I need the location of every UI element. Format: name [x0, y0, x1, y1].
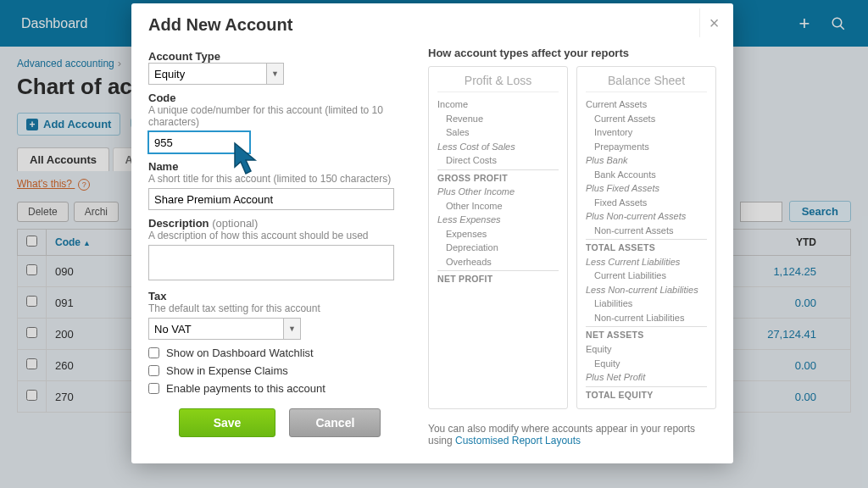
expense-checkbox-row[interactable]: Show in Expense Claims [148, 364, 411, 377]
description-input[interactable] [148, 245, 394, 280]
tax-select[interactable] [148, 318, 301, 340]
modal-title: Add New Account [148, 15, 292, 35]
description-hint: A description of how this account should… [148, 230, 411, 241]
close-icon[interactable]: × [699, 8, 728, 37]
profit-loss-box: Profit & Loss Income Revenue Sales Less … [428, 66, 568, 409]
tax-label: Tax [148, 290, 411, 302]
report-info-column: How account types affect your reports Pr… [428, 47, 716, 446]
watchlist-checkbox-row[interactable]: Show on Dashboard Watchlist [148, 347, 411, 359]
cancel-button[interactable]: Cancel [289, 408, 381, 437]
name-hint: A short title for this account (limited … [148, 173, 411, 185]
payments-checkbox-row[interactable]: Enable payments to this account [148, 382, 411, 395]
balance-sheet-box: Balance Sheet Current Assets Current Ass… [576, 66, 716, 409]
customised-layouts-link[interactable]: Customised Report Layouts [455, 435, 581, 446]
description-label: Description (optional) [148, 217, 411, 230]
add-account-modal: Add New Account × Account Type ▼ Code A … [131, 3, 733, 463]
code-label: Code [148, 92, 411, 104]
save-button[interactable]: Save [179, 408, 276, 437]
tax-hint: The default tax setting for this account [148, 302, 411, 314]
name-input[interactable] [148, 188, 394, 210]
payments-checkbox[interactable] [148, 383, 159, 394]
form-column: Account Type ▼ Code A unique code/number… [148, 47, 411, 446]
code-hint: A unique code/number for this account (l… [148, 104, 411, 128]
watchlist-checkbox[interactable] [148, 347, 159, 358]
report-footer: You can also modify where accounts appea… [428, 423, 716, 446]
account-type-select[interactable] [148, 63, 284, 85]
report-info-title: How account types affect your reports [428, 47, 716, 59]
code-input[interactable] [148, 131, 250, 153]
name-label: Name [148, 160, 411, 173]
modal-backdrop[interactable]: Add New Account × Account Type ▼ Code A … [0, 0, 868, 488]
expense-checkbox[interactable] [148, 365, 159, 376]
account-type-label: Account Type [148, 50, 411, 63]
